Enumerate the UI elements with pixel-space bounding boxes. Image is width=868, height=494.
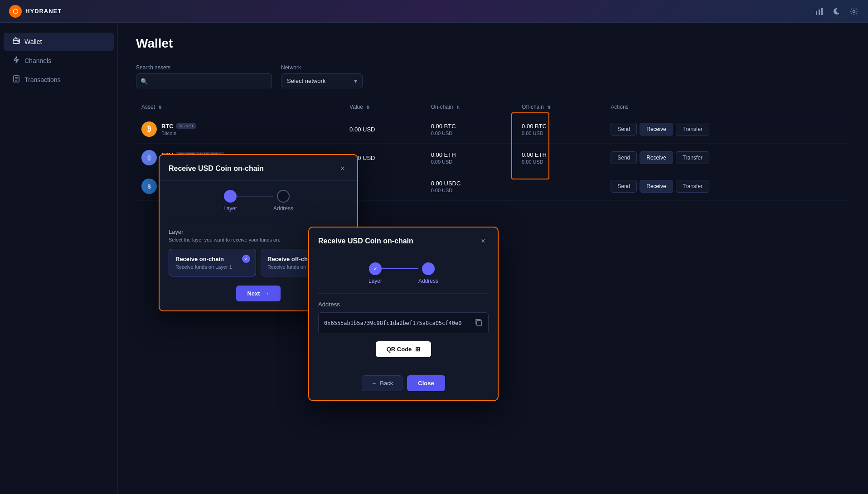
eth-offchain-usd: 0.00 USD xyxy=(522,159,600,165)
step-address: Address xyxy=(273,190,293,212)
lightning-icon xyxy=(13,56,20,65)
asset-name-btc: BTC SIGNET Bitcoin xyxy=(161,123,196,136)
network-label: Network xyxy=(281,64,363,71)
sidebar-label-wallet: Wallet xyxy=(24,38,42,45)
modal1-header: Receive USD Coin on-chain × xyxy=(160,155,357,181)
modal2-body: ✓ Layer Address Address 0x6555ab1b5a739c… xyxy=(309,253,498,375)
search-input[interactable] xyxy=(136,73,272,88)
search-icon: 🔍 xyxy=(141,77,148,84)
network-select[interactable]: Select network Bitcoin Ethereum All xyxy=(281,73,363,88)
col-onchain: On-chain ⇅ xyxy=(426,99,516,115)
search-filter-group: Search assets 🔍 xyxy=(136,64,272,88)
next-button-label: Next xyxy=(247,290,260,297)
sidebar-item-transactions[interactable]: Transactions xyxy=(4,71,114,89)
filters-area: Search assets 🔍 Network Select network B… xyxy=(136,64,850,88)
step2-address-label: Address xyxy=(418,278,438,284)
search-input-wrap: 🔍 xyxy=(136,73,272,88)
modal2-stepper: ✓ Layer Address xyxy=(318,262,489,284)
btc-actions: Send Receive Transfer xyxy=(611,123,844,136)
app-name: HYDRANET xyxy=(25,8,62,15)
svg-point-3 xyxy=(853,10,855,12)
btc-ticker: BTC xyxy=(161,123,174,130)
sidebar-item-wallet[interactable]: Wallet xyxy=(4,33,114,51)
eth-onchain-amount: 0.00 ETH xyxy=(431,151,511,158)
eth-transfer-button[interactable]: Transfer xyxy=(676,151,709,164)
step-layer-label: Layer xyxy=(223,205,237,212)
step-layer-dot xyxy=(228,194,232,198)
col-actions: Actions xyxy=(605,99,850,115)
close-modal-button[interactable]: Close xyxy=(407,375,445,391)
step-address-circle xyxy=(277,190,290,203)
step2-address-dot xyxy=(427,267,430,271)
stepper-divider xyxy=(169,221,348,221)
col-offchain: Off-chain ⇅ xyxy=(516,99,605,115)
wallet-icon xyxy=(13,37,20,46)
header-actions xyxy=(815,6,859,16)
usdc-onchain-usd: 0.00 USD xyxy=(431,188,511,193)
eth-offchain-amount: 0.00 ETH xyxy=(522,151,600,158)
modal2-close-button[interactable]: × xyxy=(478,236,489,247)
modal2-header: Receive USD Coin on-chain × xyxy=(309,228,498,253)
btc-value: 0.00 USD xyxy=(349,126,375,133)
btc-send-button[interactable]: Send xyxy=(611,123,637,136)
step2-layer-label: Layer xyxy=(369,278,382,284)
step2-address-circle xyxy=(422,262,435,275)
address-value: 0x6555ab1b5a739c98fc1da2bef175a8ca05cf40… xyxy=(324,320,461,326)
back-arrow-icon: ← xyxy=(371,380,377,387)
bar-chart-icon[interactable] xyxy=(815,6,824,16)
stepper2-divider xyxy=(318,293,489,294)
app-logo: ⬡ HYDRANET xyxy=(9,5,62,18)
qr-code-button[interactable]: QR Code ⊞ xyxy=(376,341,432,357)
usdc-onchain-amount: 0.00 USDC xyxy=(431,180,511,187)
modal1-close-button[interactable]: × xyxy=(337,163,348,174)
receive-onchain-option[interactable]: Receive on-chain Receive funds on Layer … xyxy=(169,249,256,276)
btc-icon: ₿ xyxy=(141,121,157,137)
svg-marker-10 xyxy=(147,154,151,159)
usdc-icon: $ xyxy=(141,179,157,194)
moon-icon[interactable] xyxy=(832,6,842,16)
address-label: Address xyxy=(318,301,489,308)
usdc-receive-button[interactable]: Receive xyxy=(640,180,673,193)
btc-offchain-amount: 0.00 BTC xyxy=(522,123,600,130)
page-title: Wallet xyxy=(136,36,850,51)
modal-address-display: Receive USD Coin on-chain × ✓ Layer Addr… xyxy=(308,227,499,401)
btc-transfer-button[interactable]: Transfer xyxy=(676,123,709,136)
svg-rect-2 xyxy=(821,8,823,15)
step-layer: Layer xyxy=(223,190,237,212)
qr-icon: ⊞ xyxy=(415,346,420,353)
network-filter-group: Network Select network Bitcoin Ethereum … xyxy=(281,64,363,88)
eth-send-button[interactable]: Send xyxy=(611,151,637,164)
btc-onchain-usd: 0.00 USD xyxy=(431,131,511,136)
eth-actions: Send Receive Transfer xyxy=(611,151,844,164)
modal2-title: Receive USD Coin on-chain xyxy=(318,237,413,245)
search-label: Search assets xyxy=(136,64,272,71)
btc-badge: SIGNET xyxy=(176,123,196,129)
btc-onchain-amount: 0.00 BTC xyxy=(431,123,511,130)
copy-icon[interactable] xyxy=(475,318,483,328)
step2-address: Address xyxy=(418,262,438,284)
next-arrow-icon: → xyxy=(264,290,270,297)
close-modal-label: Close xyxy=(418,380,434,387)
settings-icon[interactable] xyxy=(849,6,859,16)
sidebar-label-transactions: Transactions xyxy=(24,76,61,83)
btc-fullname: Bitcoin xyxy=(161,131,196,136)
asset-cell-btc: ₿ BTC SIGNET Bitcoin xyxy=(141,121,339,137)
step-layer-circle xyxy=(224,190,237,203)
onchain-option-title: Receive on-chain xyxy=(175,256,249,262)
onchain-check-icon: ✓ xyxy=(242,255,250,263)
modal1-title: Receive USD Coin on-chain xyxy=(169,165,264,173)
usdc-transfer-button[interactable]: Transfer xyxy=(676,180,709,193)
step2-layer-circle: ✓ xyxy=(369,262,382,275)
qr-button-label: QR Code xyxy=(387,346,412,353)
eth-receive-button[interactable]: Receive xyxy=(640,151,673,164)
modal2-footer: ← Back Close xyxy=(309,375,498,400)
onchain-option-desc: Receive funds on Layer 1 xyxy=(175,264,249,270)
btc-receive-button[interactable]: Receive xyxy=(640,123,673,136)
sidebar-item-channels[interactable]: Channels xyxy=(4,52,114,70)
back-button[interactable]: ← Back xyxy=(362,375,402,391)
btc-offchain-usd: 0.00 USD xyxy=(522,131,600,136)
next-button[interactable]: Next → xyxy=(236,286,280,301)
table-row: ₿ BTC SIGNET Bitcoin 0.00 USD xyxy=(136,115,850,144)
col-asset: Asset ⇅ xyxy=(136,99,344,115)
usdc-send-button[interactable]: Send xyxy=(611,180,637,193)
